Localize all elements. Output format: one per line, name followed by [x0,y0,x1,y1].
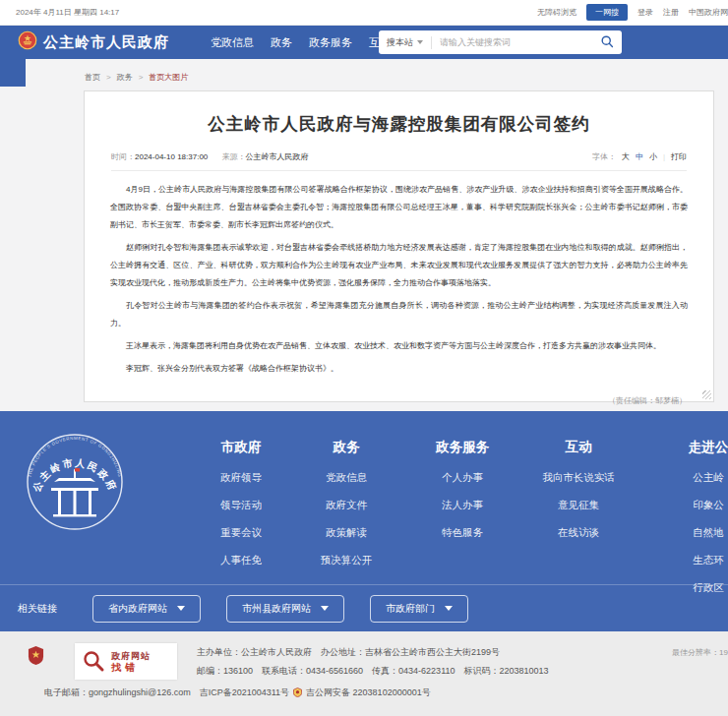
footer-link[interactable]: 预决算公开 [291,554,401,567]
font-size-medium-button[interactable]: 中 [636,151,643,162]
government-seal-logo: THE PEOPLE'S GOVERNMENT OF GONGZHULING 公… [26,431,124,537]
gov-cn-link[interactable]: 中国政府网 [689,7,728,18]
decorative-blue-block [0,59,26,87]
login-link[interactable]: 登录 [637,7,653,18]
related-links-bar: 相关链接 省内政府网站 市州县政府网站 市政府部门 [0,584,728,631]
search-submit-button[interactable] [592,30,622,54]
article-card: 公主岭市人民政府与海露控股集团有限公司签约 时间：2024-04-10 18:3… [84,90,714,402]
dropdown-label: 省内政府网站 [108,602,167,616]
article-paragraph: 4月9日，公主岭市人民政府与海露控股集团有限公司签署战略合作框架协议，围绕涉农产… [110,181,688,234]
article-paragraph: 赵师猁对孔令智和海露集团表示诚挚欢迎，对台盟吉林省委会牵线搭桥助力地方经济发展表… [110,239,688,292]
national-emblem-icon [18,30,37,54]
breadcrumb: 首页 > 政务 > 首页大图片 [85,72,188,83]
breadcrumb-home[interactable]: 首页 [85,72,100,83]
publish-time: 2024-04-10 18:37:00 [135,152,208,161]
font-size-small-button[interactable]: 小 [649,151,657,162]
footer-link[interactable]: 在线访谈 [523,526,634,540]
site-footer: THE PEOPLE'S GOVERNMENT OF GONGZHULING 公… [0,411,728,631]
dropdown-provincial-gov-sites[interactable]: 省内政府网站 [92,595,201,623]
search-input[interactable] [432,37,592,47]
content-area: 首页 > 政务 > 首页大图片 公主岭市人民政府与海露控股集团有限公司签约 时间… [0,59,728,411]
page: 2024年 4月11日 星期四 14:17 无障碍浏览 一网搜 登录 注册 中国… [0,0,728,716]
footer-column-interaction: 互动 我向市长说实话 意见征集 在线访谈 [523,439,634,554]
badge-line2: 找错 [111,662,151,674]
email-icp-text: 电子邮箱：gongzhulingshi@126.com 吉ICP备2021004… [44,686,289,699]
footer-link[interactable]: 人事任免 [186,554,296,567]
website-error-report-badge[interactable]: 政府网站 找错 [75,643,177,680]
footer-link[interactable]: 政府文件 [291,499,401,512]
article-paragraph: 孔令智对公主岭市与海露集团的签约合作表示祝贺，希望海露集团充分施展自身所长，调动… [110,297,688,332]
responsible-editor: （责任编辑：邹梦楠） [111,395,687,406]
resize-handle[interactable] [702,390,711,399]
contact-line: 邮编：136100 联系电话：0434-6561660 传真：0434-6223… [197,662,549,681]
site-logo-home-link[interactable]: 公主岭市人民政府 [18,30,169,54]
font-size-label: 字体： [592,151,616,162]
footer-col-title[interactable]: 市政府 [186,439,296,456]
footer-link[interactable]: 生态环 [653,554,728,567]
nav-item-gov-affairs[interactable]: 政务 [271,35,292,50]
footer-link[interactable]: 重要会议 [186,526,296,540]
chevron-down-icon [321,606,329,611]
error-report-magnifier-icon [82,649,105,675]
meta-divider: | [663,152,665,161]
footer-column-gov-services: 政务服务 个人办事 法人办事 特色服务 [407,439,517,554]
dropdown-city-county-gov-sites[interactable]: 市州县政府网站 [226,595,344,623]
footer-link[interactable]: 个人办事 [407,471,517,485]
dropdown-city-gov-departments[interactable]: 市政府部门 [370,595,468,623]
page-title: 公主岭市人民政府与海露控股集团有限公司签约 [85,112,713,136]
bottom-info-bar: 政府网站 找错 主办单位：公主岭市人民政府 办公地址：吉林省公主岭市西公主大街2… [0,631,728,716]
site-search-box: 搜本站 [379,30,622,54]
police-record-link[interactable]: 吉公网安备 22038102000001号 [306,686,431,699]
font-size-large-button[interactable]: 大 [622,151,630,162]
error-report-badge-text: 政府网站 找错 [111,650,151,674]
related-links-label: 相关链接 [18,602,57,616]
nav-item-gov-services[interactable]: 政务服务 [309,35,352,50]
breadcrumb-gov[interactable]: 政务 [117,72,133,83]
supervision-report-icon[interactable] [28,645,44,668]
footer-link[interactable]: 政策解读 [291,526,401,540]
footer-link[interactable]: 党政信息 [291,471,401,485]
search-scope-dropdown[interactable]: 搜本站 [379,36,432,49]
footer-link[interactable]: 印象公 [653,499,728,512]
accessibility-link[interactable]: 无障碍浏览 [537,7,576,18]
footer-col-title[interactable]: 走进公 [653,439,728,456]
footer-link[interactable]: 自然地 [653,526,728,540]
nav-item-party-info[interactable]: 党政信息 [211,35,254,50]
breadcrumb-current: 首页大图片 [149,72,188,83]
footer-col-title[interactable]: 政务服务 [407,439,517,456]
chevron-down-icon [177,606,185,611]
email-icp-line: 电子邮箱：gongzhulingshi@126.com 吉ICP备2021004… [44,686,431,699]
breadcrumb-separator: > [106,73,111,82]
datetime-text: 2024年 4月11日 星期四 14:17 [16,7,119,18]
footer-col-title[interactable]: 互动 [523,439,634,456]
article-paragraph: 李冠辉、张兴金分别代表双方签署《战略合作框架协议书》。 [110,360,688,378]
source-value: 公主岭市人民政府 [246,152,309,161]
footer-link[interactable]: 政府领导 [186,471,296,485]
footer-link[interactable]: 特色服务 [407,526,517,540]
breadcrumb-separator: > [139,73,144,82]
chevron-down-icon [445,606,453,611]
best-resolution-note: 最佳分辨率：1920*10 [672,647,728,658]
footer-link[interactable]: 我向市长说实话 [523,471,634,485]
dropdown-label: 市州县政府网站 [242,602,311,616]
register-link[interactable]: 注册 [663,7,679,18]
police-badge-icon [293,687,302,699]
footer-column-gov-affairs: 政务 党政信息 政府文件 政策解读 预决算公开 [291,439,401,581]
print-button[interactable]: 打印 [671,151,687,162]
article-paragraph: 王冰星表示，海露集团将利用自身优势在农产品销售、立体农服、农业技术、农业和数字资… [110,337,688,355]
footer-link[interactable]: 公主岭 [653,471,728,485]
onenet-search-button[interactable]: 一网搜 [586,4,628,21]
dropdown-label: 市政府部门 [386,602,435,616]
article-meta: 时间：2024-04-10 18:37:00 来源：公主岭市人民政府 字体： 大… [111,151,687,171]
badge-line1: 政府网站 [111,650,151,662]
main-navbar: 公主岭市人民政府 党政信息 政务 政务服务 互动 走进公主岭 搜本站 [0,26,728,59]
footer-link[interactable]: 意见征集 [523,499,634,512]
site-name: 公主岭市人民政府 [43,33,169,52]
host-unit-line: 主办单位：公主岭市人民政府 办公地址：吉林省公主岭市西公主大街2199号 [197,643,549,662]
footer-link[interactable]: 法人办事 [407,499,517,512]
footer-col-title[interactable]: 政务 [291,439,401,456]
article-meta-right: 字体： 大 中 小 | 打印 [592,151,687,162]
search-scope-label: 搜本站 [387,36,413,49]
footer-link[interactable]: 领导活动 [186,499,296,512]
chevron-down-icon [417,40,423,44]
